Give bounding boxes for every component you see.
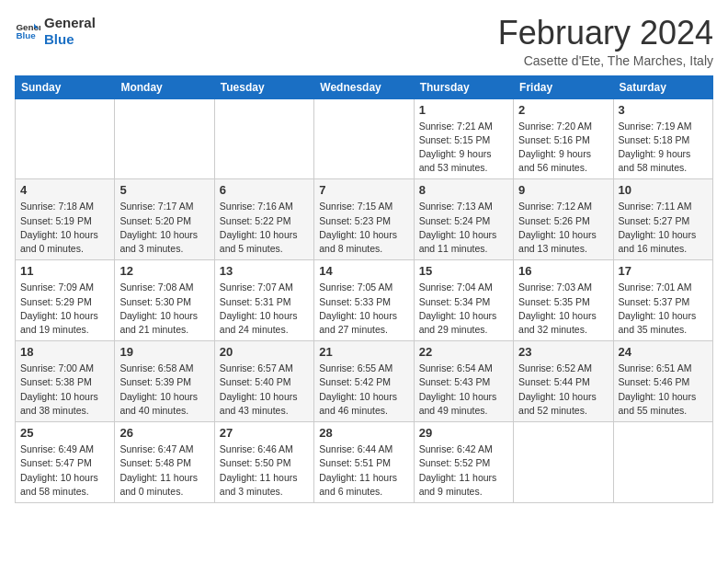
day-number: 12 (119, 264, 209, 278)
day-info: Sunrise: 6:42 AM Sunset: 5:52 PM Dayligh… (419, 442, 508, 499)
day-number: 13 (220, 264, 309, 278)
day-number: 22 (419, 345, 508, 359)
week-row-3: 18Sunrise: 7:00 AM Sunset: 5:38 PM Dayli… (16, 341, 713, 422)
day-info: Sunrise: 6:46 AM Sunset: 5:50 PM Dayligh… (220, 442, 309, 499)
day-number: 6 (220, 183, 309, 197)
calendar-cell: 14Sunrise: 7:05 AM Sunset: 5:33 PM Dayli… (314, 260, 414, 341)
day-info: Sunrise: 7:20 AM Sunset: 5:16 PM Dayligh… (518, 120, 608, 176)
calendar-cell: 17Sunrise: 7:01 AM Sunset: 5:37 PM Dayli… (613, 260, 712, 341)
day-number: 27 (220, 426, 309, 440)
day-number: 25 (20, 426, 109, 440)
day-info: Sunrise: 7:00 AM Sunset: 5:38 PM Dayligh… (20, 362, 109, 418)
day-info: Sunrise: 7:05 AM Sunset: 5:33 PM Dayligh… (319, 281, 408, 337)
calendar-cell: 18Sunrise: 7:00 AM Sunset: 5:38 PM Dayli… (16, 341, 115, 422)
day-info: Sunrise: 7:13 AM Sunset: 5:24 PM Dayligh… (419, 200, 508, 256)
calendar-cell (314, 98, 414, 179)
day-number: 21 (319, 345, 408, 359)
day-number: 16 (518, 264, 608, 278)
calendar-cell: 27Sunrise: 6:46 AM Sunset: 5:50 PM Dayli… (214, 422, 313, 503)
location: Casette d'Ete, The Marches, Italy (498, 53, 713, 68)
col-header-thursday: Thursday (414, 75, 513, 98)
page-header: General Blue General Blue February 2024 … (15, 15, 713, 68)
day-number: 4 (20, 183, 109, 197)
day-info: Sunrise: 7:01 AM Sunset: 5:37 PM Dayligh… (619, 281, 708, 337)
day-info: Sunrise: 7:04 AM Sunset: 5:34 PM Dayligh… (419, 281, 508, 337)
day-number: 5 (119, 183, 209, 197)
day-info: Sunrise: 7:19 AM Sunset: 5:18 PM Dayligh… (619, 120, 708, 176)
day-info: Sunrise: 6:51 AM Sunset: 5:46 PM Dayligh… (619, 362, 708, 418)
day-number: 9 (518, 183, 608, 197)
calendar-cell (115, 98, 214, 179)
logo-line2: Blue (44, 31, 96, 48)
day-info: Sunrise: 6:52 AM Sunset: 5:44 PM Dayligh… (518, 362, 608, 418)
day-info: Sunrise: 7:09 AM Sunset: 5:29 PM Dayligh… (20, 281, 109, 337)
day-info: Sunrise: 6:49 AM Sunset: 5:47 PM Dayligh… (20, 442, 109, 499)
calendar-cell (214, 98, 313, 179)
calendar-cell: 9Sunrise: 7:12 AM Sunset: 5:26 PM Daylig… (514, 179, 613, 260)
day-info: Sunrise: 6:58 AM Sunset: 5:39 PM Dayligh… (119, 362, 209, 418)
calendar-table: SundayMondayTuesdayWednesdayThursdayFrid… (15, 75, 713, 503)
calendar-cell: 20Sunrise: 6:57 AM Sunset: 5:40 PM Dayli… (214, 341, 313, 422)
day-number: 11 (20, 264, 109, 278)
header-row: SundayMondayTuesdayWednesdayThursdayFrid… (16, 75, 713, 98)
calendar-cell (514, 422, 613, 503)
day-number: 24 (619, 345, 708, 359)
day-info: Sunrise: 6:44 AM Sunset: 5:51 PM Dayligh… (319, 442, 408, 499)
day-number: 14 (319, 264, 408, 278)
calendar-cell (16, 98, 115, 179)
svg-text:Blue: Blue (16, 30, 36, 40)
week-row-2: 11Sunrise: 7:09 AM Sunset: 5:29 PM Dayli… (16, 260, 713, 341)
logo-line1: General (44, 15, 96, 31)
day-number: 8 (419, 183, 508, 197)
calendar-cell: 6Sunrise: 7:16 AM Sunset: 5:22 PM Daylig… (214, 179, 313, 260)
day-info: Sunrise: 7:15 AM Sunset: 5:23 PM Dayligh… (319, 200, 408, 256)
day-info: Sunrise: 6:55 AM Sunset: 5:42 PM Dayligh… (319, 362, 408, 418)
col-header-tuesday: Tuesday (214, 75, 313, 98)
day-number: 3 (619, 103, 708, 117)
calendar-cell: 23Sunrise: 6:52 AM Sunset: 5:44 PM Dayli… (514, 341, 613, 422)
calendar-cell: 21Sunrise: 6:55 AM Sunset: 5:42 PM Dayli… (314, 341, 414, 422)
calendar-cell: 3Sunrise: 7:19 AM Sunset: 5:18 PM Daylig… (613, 98, 712, 179)
day-number: 15 (419, 264, 508, 278)
calendar-cell: 29Sunrise: 6:42 AM Sunset: 5:52 PM Dayli… (414, 422, 513, 503)
month-title: February 2024 (498, 15, 713, 52)
calendar-cell: 15Sunrise: 7:04 AM Sunset: 5:34 PM Dayli… (414, 260, 513, 341)
calendar-cell: 2Sunrise: 7:20 AM Sunset: 5:16 PM Daylig… (514, 98, 613, 179)
col-header-friday: Friday (514, 75, 613, 98)
calendar-cell: 22Sunrise: 6:54 AM Sunset: 5:43 PM Dayli… (414, 341, 513, 422)
day-info: Sunrise: 7:11 AM Sunset: 5:27 PM Dayligh… (619, 200, 708, 256)
day-info: Sunrise: 7:03 AM Sunset: 5:35 PM Dayligh… (518, 281, 608, 337)
week-row-0: 1Sunrise: 7:21 AM Sunset: 5:15 PM Daylig… (16, 98, 713, 179)
day-number: 26 (119, 426, 209, 440)
calendar-cell: 10Sunrise: 7:11 AM Sunset: 5:27 PM Dayli… (613, 179, 712, 260)
title-block: February 2024 Casette d'Ete, The Marches… (498, 15, 713, 68)
day-info: Sunrise: 7:08 AM Sunset: 5:30 PM Dayligh… (119, 281, 209, 337)
day-info: Sunrise: 6:54 AM Sunset: 5:43 PM Dayligh… (419, 362, 508, 418)
day-number: 17 (619, 264, 708, 278)
calendar-cell: 19Sunrise: 6:58 AM Sunset: 5:39 PM Dayli… (115, 341, 214, 422)
week-row-4: 25Sunrise: 6:49 AM Sunset: 5:47 PM Dayli… (16, 422, 713, 503)
day-number: 18 (20, 345, 109, 359)
calendar-cell: 11Sunrise: 7:09 AM Sunset: 5:29 PM Dayli… (16, 260, 115, 341)
calendar-cell: 24Sunrise: 6:51 AM Sunset: 5:46 PM Dayli… (613, 341, 712, 422)
day-number: 7 (319, 183, 408, 197)
day-number: 20 (220, 345, 309, 359)
calendar-cell: 7Sunrise: 7:15 AM Sunset: 5:23 PM Daylig… (314, 179, 414, 260)
day-number: 2 (518, 103, 608, 117)
col-header-monday: Monday (115, 75, 214, 98)
day-info: Sunrise: 6:47 AM Sunset: 5:48 PM Dayligh… (119, 442, 209, 499)
day-number: 1 (419, 103, 508, 117)
calendar-cell: 1Sunrise: 7:21 AM Sunset: 5:15 PM Daylig… (414, 98, 513, 179)
day-info: Sunrise: 7:12 AM Sunset: 5:26 PM Dayligh… (518, 200, 608, 256)
calendar-cell: 28Sunrise: 6:44 AM Sunset: 5:51 PM Dayli… (314, 422, 414, 503)
calendar-cell: 25Sunrise: 6:49 AM Sunset: 5:47 PM Dayli… (16, 422, 115, 503)
day-number: 19 (119, 345, 209, 359)
day-info: Sunrise: 7:16 AM Sunset: 5:22 PM Dayligh… (220, 200, 309, 256)
calendar-cell: 26Sunrise: 6:47 AM Sunset: 5:48 PM Dayli… (115, 422, 214, 503)
day-number: 23 (518, 345, 608, 359)
col-header-wednesday: Wednesday (314, 75, 414, 98)
col-header-sunday: Sunday (16, 75, 115, 98)
col-header-saturday: Saturday (613, 75, 712, 98)
calendar-cell (613, 422, 712, 503)
calendar-cell: 4Sunrise: 7:18 AM Sunset: 5:19 PM Daylig… (16, 179, 115, 260)
